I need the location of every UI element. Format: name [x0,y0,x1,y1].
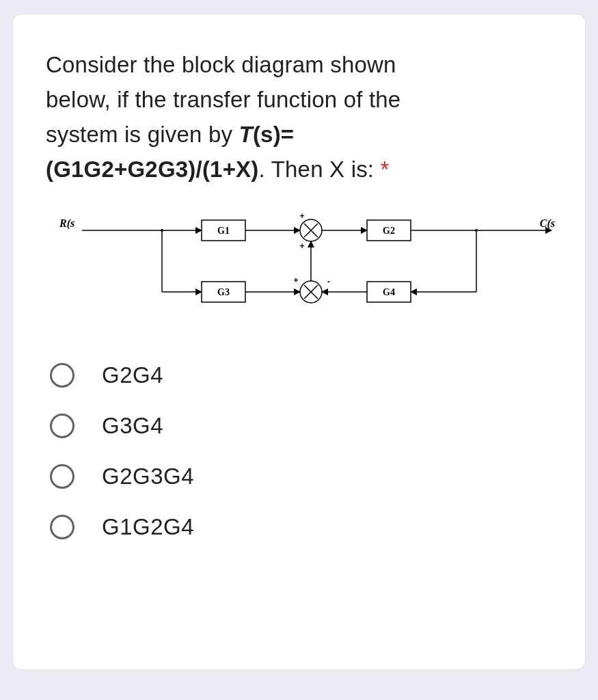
block-diagram: R(s G1 + + G2 [46,206,552,323]
radio-icon [50,363,74,388]
sign: + [299,211,304,221]
radio-icon [50,515,74,539]
option-label: G2G3G4 [102,463,194,489]
input-label: R(s [59,217,74,230]
option-label: G1G2G4 [102,514,194,540]
question-emph: (s)= [253,122,294,147]
radio-icon [50,464,74,489]
question-line: below, if the transfer function of the [46,87,400,112]
question-emph: T [239,122,253,147]
sign: + [293,275,298,285]
question-line: Consider the block diagram shown [46,52,396,77]
option-4[interactable]: G1G2G4 [46,502,552,552]
option-1[interactable]: G2G4 [46,350,552,401]
question-line: system is given by [46,122,239,147]
g1-label: G1 [217,225,230,235]
question-card: Consider the block diagram shown below, … [12,14,586,670]
radio-icon [50,414,74,438]
options-group: G2G4 G3G4 G2G3G4 G1G2G4 [46,350,552,552]
option-label: G2G4 [102,362,163,388]
option-3[interactable]: G2G3G4 [46,451,552,502]
summer-2 [300,281,322,303]
required-asterisk: * [381,157,390,182]
g3-label: G3 [217,286,230,297]
summer-1 [300,219,322,241]
option-label: G3G4 [102,413,163,439]
sign: + [299,241,304,251]
output-label: C(s [540,217,555,230]
block-diagram-svg: R(s G1 + + G2 [46,206,565,323]
question-line: . Then X is: [259,157,381,182]
option-2[interactable]: G3G4 [46,401,552,451]
g4-label: G4 [383,286,395,297]
question-text: Consider the block diagram shown below, … [46,47,552,187]
question-emph: (G1G2+G2G3)/(1+X) [46,157,259,182]
sign: - [327,277,330,286]
g2-label: G2 [383,225,395,235]
